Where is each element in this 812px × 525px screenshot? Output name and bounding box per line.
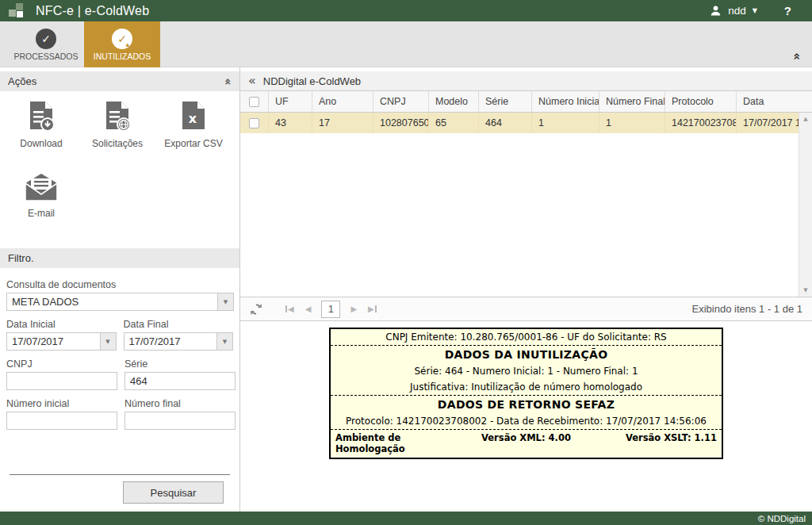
actions-grid: Download Solicitações — [0, 91, 239, 237]
prev-page-button[interactable]: ◀ — [305, 305, 312, 313]
warning-triangle-icon: ▲ — [125, 41, 129, 47]
chevron-down-icon: ▼ — [100, 333, 116, 350]
column-header-uf[interactable]: UF — [269, 91, 312, 112]
tab-inutilizados[interactable]: ✓ ▲ INUTILIZADOS — [84, 21, 160, 67]
cell-serie: 464 — [479, 113, 532, 133]
numero-final-label: Número final — [124, 398, 236, 409]
numero-inicial-label: Número inicial — [6, 398, 117, 409]
column-header-numero-final[interactable]: Número Final — [599, 91, 665, 112]
inutilizacao-detail-card: CNPJ Emitente: 10.280.765/0001-86 - UF d… — [329, 328, 723, 459]
versao-xml-label: Versão XML: 4.00 — [462, 432, 589, 454]
header-bar: NFC-e | e-ColdWeb ndd ▼ ? — [0, 0, 812, 21]
select-all-checkbox[interactable] — [249, 97, 259, 107]
email-button[interactable]: E-mail — [3, 167, 79, 234]
data-final-select[interactable]: 17/07/2017 ▼ — [124, 332, 234, 351]
download-button[interactable]: Download — [3, 98, 79, 164]
table-body: 43 17 10280765000186 65 464 1 1 14217002… — [240, 113, 812, 297]
table-scrollbar[interactable]: ▲ ▼ — [799, 113, 812, 297]
consulta-select[interactable]: META DADOS ▼ — [6, 293, 234, 311]
inutilizacao-title: DADOS DA INUTILIZAÇÃO — [331, 346, 722, 363]
user-icon — [710, 5, 722, 17]
row-checkbox[interactable] — [249, 118, 259, 128]
versao-xslt-label: Versão XSLT: 1.11 — [590, 432, 717, 454]
main-panel-header: « NDDigital e-ColdWeb — [240, 71, 812, 91]
justificativa-line: Justificativa: Inutilização de número ho… — [331, 379, 722, 396]
column-header-data[interactable]: Data — [737, 91, 812, 112]
actions-collapse-icon[interactable]: « — [221, 78, 234, 85]
column-header-protocolo[interactable]: Protocolo — [665, 91, 737, 112]
table-row[interactable]: 43 17 10280765000186 65 464 1 1 14217002… — [240, 113, 799, 133]
check-warning-circle-icon: ✓ ▲ — [112, 29, 132, 49]
document-csv-icon: x — [178, 101, 209, 134]
data-final-label: Data Final — [124, 319, 234, 330]
cell-modelo: 65 — [429, 113, 479, 133]
app-title: NFC-e | e-ColdWeb — [36, 4, 149, 18]
collapse-left-icon[interactable]: « — [248, 75, 256, 87]
email-icon — [24, 171, 59, 204]
column-header-modelo[interactable]: Modelo — [429, 91, 479, 112]
cell-data: 17/07/2017 14:56:06 — [737, 113, 799, 133]
cell-numero-inicial: 1 — [532, 113, 599, 133]
tab-processados[interactable]: ✓ PROCESSADOS — [8, 21, 84, 67]
nddigital-logo-icon — [8, 2, 25, 19]
serie-label: Série — [124, 358, 236, 370]
data-inicial-label: Data Inicial — [6, 319, 117, 330]
chevron-down-icon[interactable]: ▼ — [753, 7, 757, 14]
serie-input[interactable] — [124, 372, 236, 390]
column-header-cnpj[interactable]: CNPJ — [373, 91, 429, 112]
filter-form: Consulta de documentos META DADOS ▼ Data… — [0, 268, 239, 512]
consulta-label: Consulta de documentos — [6, 279, 233, 290]
first-page-button[interactable]: ◀ — [285, 305, 294, 313]
exportar-csv-button[interactable]: x Exportar CSV — [155, 98, 232, 164]
document-globe-icon — [102, 101, 132, 134]
pager-controls: ◀ ◀ 1 ▶ ▶ — [280, 301, 382, 318]
serie-line: Série: 464 - Numero Inicial: 1 - Numero … — [331, 363, 722, 379]
emitente-line: CNPJ Emitente: 10.280.765/0001-86 - UF d… — [331, 329, 722, 346]
solicitacoes-button[interactable]: Solicitações — [79, 98, 155, 164]
pesquisar-button[interactable]: Pesquisar — [123, 481, 224, 504]
refresh-icon[interactable] — [250, 303, 262, 316]
column-header-serie[interactable]: Série — [479, 91, 532, 112]
items-status: Exibindo itens 1 - 1 de 1 — [692, 303, 802, 315]
main-panel: « NDDigital e-ColdWeb UF Ano CNPJ Modelo… — [240, 67, 812, 512]
numero-inicial-input[interactable] — [6, 412, 117, 430]
next-page-button[interactable]: ▶ — [350, 305, 357, 313]
cell-numero-final: 1 — [599, 113, 665, 133]
pagination-bar: ◀ ◀ 1 ▶ ▶ Exibindo itens 1 - 1 de 1 — [240, 297, 812, 320]
user-menu[interactable]: ndd — [728, 5, 746, 17]
help-button[interactable]: ? — [784, 4, 791, 17]
column-header-ano[interactable]: Ano — [312, 91, 373, 112]
data-inicial-select[interactable]: 17/07/2017 ▼ — [6, 332, 117, 351]
protocolo-line: Protocolo: 142170023708002 - Data de Rec… — [331, 413, 722, 430]
numero-final-input[interactable] — [124, 412, 236, 430]
check-circle-icon: ✓ — [36, 29, 56, 49]
filter-panel-header: Filtro. — [0, 248, 239, 268]
ambiente-label: Ambiente de Homologação — [335, 432, 462, 454]
table-header: UF Ano CNPJ Modelo Série Número Inicial … — [240, 91, 812, 113]
toolbar-collapse-icon[interactable]: « — [790, 52, 804, 60]
document-download-icon — [26, 101, 56, 134]
cell-protocolo: 142170023708002 — [665, 113, 737, 133]
app-window: NFC-e | e-ColdWeb ndd ▼ ? ✓ PROCESSADOS … — [0, 0, 812, 525]
ribbon-toolbar: ✓ PROCESSADOS ✓ ▲ INUTILIZADOS « — [0, 21, 812, 67]
panel-title: NDDigital e-ColdWeb — [263, 75, 361, 87]
copyright-text: © NDDigital — [758, 514, 806, 523]
retorno-sefaz-title: DADOS DE RETORNO SEFAZ — [331, 396, 722, 413]
column-header-numero-inicial[interactable]: Número Inicial — [532, 91, 599, 112]
actions-panel-header: Ações « — [0, 71, 239, 91]
page-number-box[interactable]: 1 — [321, 301, 340, 318]
detail-footer-row: Ambiente de Homologação Versão XML: 4.00… — [331, 430, 722, 458]
cnpj-label: CNPJ — [6, 358, 117, 370]
footer-bar: © NDDigital — [0, 512, 812, 525]
chevron-down-icon: ▼ — [217, 293, 233, 310]
sidebar: Ações « Download — [0, 67, 240, 512]
cell-ano: 17 — [312, 113, 373, 133]
chevron-down-icon: ▼ — [216, 333, 232, 350]
scroll-up-icon[interactable]: ▲ — [803, 113, 807, 125]
scroll-down-icon[interactable]: ▼ — [803, 284, 807, 297]
cell-uf: 43 — [269, 113, 312, 133]
detail-area: CNPJ Emitente: 10.280.765/0001-86 - UF d… — [240, 320, 812, 512]
last-page-button[interactable]: ▶ — [368, 305, 377, 313]
cnpj-input[interactable] — [6, 372, 117, 390]
cell-cnpj: 10280765000186 — [373, 113, 429, 133]
